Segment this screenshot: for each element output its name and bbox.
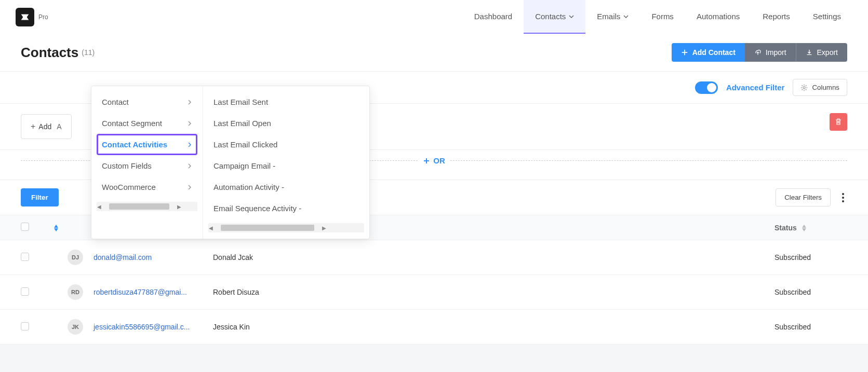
top-nav: Pro Dashboard Contacts Emails Forms Auto… <box>0 0 868 34</box>
add-contact-button[interactable]: Add Contact <box>672 43 745 62</box>
more-options-button[interactable] <box>839 190 847 205</box>
col-sort-header[interactable] <box>42 224 68 232</box>
nav-automations[interactable]: Automations <box>685 0 751 34</box>
row-checkbox[interactable] <box>21 287 29 296</box>
contact-email-link[interactable]: jessicakin5586695@gmail.c... <box>94 323 190 331</box>
cascade-item-last-email-clicked[interactable]: Last Email Clicked <box>203 134 369 155</box>
page-title: Contacts <box>21 45 78 61</box>
clear-filters-button[interactable]: Clear Filters <box>776 188 831 206</box>
gear-icon <box>800 84 808 91</box>
cascade-item-contact-activities[interactable]: Contact Activities <box>97 134 197 155</box>
chevron-down-icon <box>569 14 574 19</box>
row-checkbox[interactable] <box>21 253 29 261</box>
filter-group: + Add A <box>21 114 72 139</box>
plus-icon: + <box>31 122 35 131</box>
avatar: JK <box>68 319 83 335</box>
status-header-label: Status <box>774 224 797 232</box>
export-label: Export <box>817 48 838 57</box>
or-separator[interactable]: OR <box>418 156 450 165</box>
contact-email-link[interactable]: donald@mail.com <box>94 253 152 261</box>
avatar: DJ <box>68 250 83 265</box>
nav-settings[interactable]: Settings <box>802 0 852 34</box>
svg-point-0 <box>803 86 805 88</box>
cascade-item-label: Contact Activities <box>102 140 167 149</box>
table-row: JK jessicakin5586695@gmail.c... Jessica … <box>0 310 868 345</box>
nav-forms[interactable]: Forms <box>640 0 685 34</box>
contact-name: Jessica Kin <box>213 323 250 331</box>
import-button[interactable]: Import <box>745 43 796 62</box>
nav-emails-label: Emails <box>597 12 620 21</box>
logo-wrap: Pro <box>16 8 48 26</box>
nav-contacts[interactable]: Contacts <box>524 0 585 34</box>
nav-emails[interactable]: Emails <box>585 0 640 34</box>
contact-name: Robert Disuza <box>213 288 259 296</box>
scroll-right-icon: ▶ <box>177 204 182 210</box>
avatar: RD <box>68 284 83 300</box>
contact-email-link[interactable]: robertdisuza477887@gmai... <box>94 288 187 296</box>
content: Contacts (11) Add Contact Import Export … <box>0 34 868 345</box>
nav-automations-label: Automations <box>697 12 740 21</box>
columns-button[interactable]: Columns <box>793 79 847 96</box>
delete-filter-button[interactable] <box>830 113 847 131</box>
chevron-right-icon <box>187 100 192 105</box>
cascade-scrollbar-1[interactable]: ◀ ▶ <box>97 202 197 211</box>
chevron-right-icon <box>187 163 192 169</box>
select-all-checkbox[interactable] <box>21 223 29 231</box>
cascade-item-campaign-email[interactable]: Campaign Email - <box>203 155 369 176</box>
cascade-scrollbar-2[interactable]: ◀ ▶ <box>208 223 364 232</box>
trash-icon <box>834 118 843 126</box>
cascade-item-woocommerce[interactable]: WooCommerce <box>91 176 203 198</box>
nav-reports-label: Reports <box>763 12 790 21</box>
cascade-item-custom-fields[interactable]: Custom Fields <box>91 155 203 176</box>
cascade-item-last-email-sent[interactable]: Last Email Sent <box>203 91 369 113</box>
header-actions: Add Contact Import Export <box>672 43 847 62</box>
nav-dashboard[interactable]: Dashboard <box>463 0 524 34</box>
chevron-down-icon <box>623 14 629 19</box>
cascade-item-label: Email Sequence Activity - <box>213 204 301 213</box>
nav-dashboard-label: Dashboard <box>474 12 512 21</box>
app-logo[interactable] <box>16 8 34 26</box>
cascade-item-label: Contact Segment <box>102 119 162 128</box>
contact-status: Subscribed <box>774 253 811 261</box>
col-check-header <box>21 223 42 232</box>
chevron-right-icon <box>187 185 192 190</box>
scroll-right-icon: ▶ <box>322 225 327 231</box>
filter-button[interactable]: Filter <box>21 188 59 206</box>
scrollbar-thumb[interactable] <box>109 203 169 210</box>
table-row: RD robertdisuza477887@gmai... Robert Dis… <box>0 275 868 310</box>
row-checkbox[interactable] <box>21 322 29 330</box>
sort-icon <box>802 225 806 231</box>
scroll-left-icon: ◀ <box>208 225 213 231</box>
plus-icon <box>681 49 688 56</box>
nav-items: Dashboard Contacts Emails Forms Automati… <box>463 0 852 34</box>
export-button[interactable]: Export <box>796 43 847 62</box>
logo-pro-label: Pro <box>38 13 48 21</box>
cascade-item-label: Last Email Sent <box>213 98 268 106</box>
import-label: Import <box>766 48 786 57</box>
add-condition-button[interactable]: + Add <box>31 122 51 131</box>
col-status-header[interactable]: Status <box>774 224 847 232</box>
cascade-item-last-email-open[interactable]: Last Email Open <box>203 113 369 134</box>
scrollbar-thumb[interactable] <box>221 225 314 231</box>
contact-status: Subscribed <box>774 323 811 331</box>
filter-cascade-menu: Contact Contact Segment Contact Activiti… <box>91 86 370 239</box>
advanced-filter-toggle[interactable] <box>695 81 718 94</box>
nav-reports[interactable]: Reports <box>751 0 802 34</box>
nav-contacts-label: Contacts <box>535 12 566 21</box>
table-row: DJ donald@mail.com Donald Jcak Subscribe… <box>0 240 868 275</box>
scroll-left-icon: ◀ <box>97 204 102 210</box>
kebab-dot <box>842 193 844 195</box>
contact-name: Donald Jcak <box>213 253 253 261</box>
download-icon <box>806 49 813 56</box>
cascade-item-label: Custom Fields <box>102 161 152 170</box>
chevron-right-icon <box>187 121 192 126</box>
cascade-item-label: Last Email Open <box>213 119 271 128</box>
cascade-item-label: Contact <box>102 98 129 106</box>
cascade-item-email-sequence-activity[interactable]: Email Sequence Activity - <box>203 198 369 219</box>
cascade-item-automation-activity[interactable]: Automation Activity - <box>203 176 369 198</box>
chevron-right-icon <box>187 142 192 147</box>
cascade-item-contact[interactable]: Contact <box>91 91 203 113</box>
cascade-item-contact-segment[interactable]: Contact Segment <box>91 113 203 134</box>
add-contact-label: Add Contact <box>692 48 736 57</box>
advanced-filter-label[interactable]: Advanced Filter <box>726 83 785 92</box>
